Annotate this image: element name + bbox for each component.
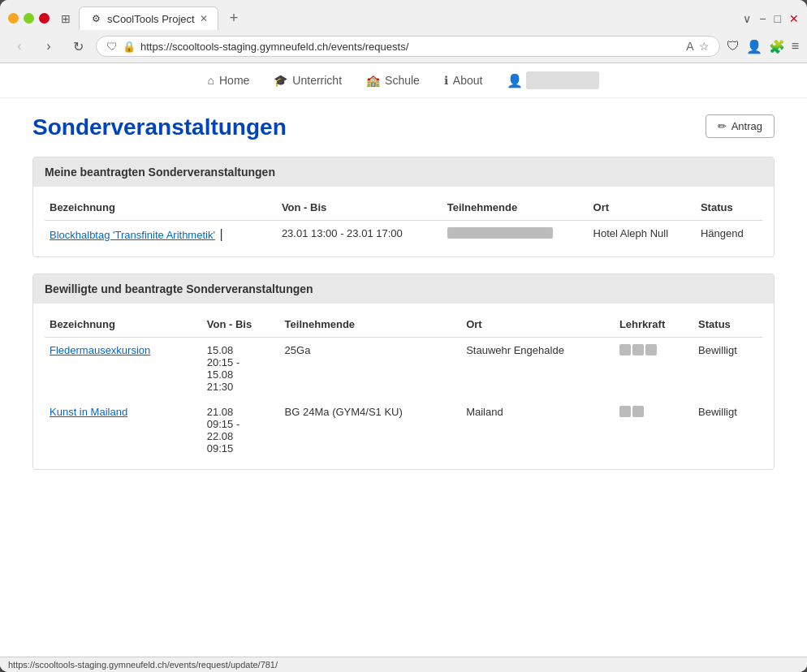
refresh-button[interactable]: ↻ bbox=[67, 35, 89, 58]
new-tab-button[interactable]: + bbox=[223, 6, 245, 30]
browser-chrome: ⊞ ⚙ sCoolTools Project ✕ + ∨ − □ ✕ ‹ › ↻… bbox=[0, 0, 807, 63]
tab-close-icon[interactable]: ✕ bbox=[200, 13, 208, 24]
col2-teilnehmende: Teilnehmende bbox=[280, 312, 462, 338]
grid-icon: ⊞ bbox=[61, 12, 71, 25]
forward-button[interactable]: › bbox=[37, 35, 60, 58]
nav-unterricht[interactable]: 🎓 Unterricht bbox=[274, 74, 342, 87]
menu-icon[interactable]: ≡ bbox=[792, 39, 799, 54]
col2-bezeichnung: Bezeichnung bbox=[45, 312, 202, 338]
nav-home[interactable]: ⌂ Home bbox=[208, 74, 250, 87]
row2-1-bezeichnung: Fledermausexkursion bbox=[45, 338, 202, 400]
row2-2-lehrkraft bbox=[615, 399, 693, 461]
maximize-button[interactable] bbox=[24, 13, 34, 24]
chevron-down-icon[interactable]: ∨ bbox=[743, 12, 751, 25]
lock-icon: 🔒 bbox=[123, 41, 136, 53]
col2-status: Status bbox=[693, 312, 762, 338]
address-icons: A ☆ bbox=[686, 40, 709, 53]
row1-link[interactable]: Blockhalbtag 'Transfinite Arithmetik' bbox=[50, 229, 215, 241]
row2-2-ort: Mailand bbox=[461, 399, 615, 461]
table-row: Kunst in Mailand 21.08 09:15 - 22.08 09:… bbox=[45, 399, 762, 461]
nav-schule[interactable]: 🏫 Schule bbox=[366, 74, 420, 87]
nav-about[interactable]: ℹ About bbox=[444, 74, 483, 87]
col-ort-1: Ort bbox=[589, 195, 696, 221]
section1-table: Bezeichnung Von - Bis Teilnehmende Ort S… bbox=[45, 195, 762, 248]
tab-title: sCoolTools Project bbox=[107, 13, 195, 25]
col-von-bis-1: Von - Bis bbox=[277, 195, 442, 221]
window-controls bbox=[8, 13, 50, 24]
row2-1-link[interactable]: Fledermausexkursion bbox=[50, 344, 150, 356]
edit-icon: ✏ bbox=[718, 120, 727, 132]
home-icon: ⌂ bbox=[208, 74, 214, 87]
col-teilnehmende-1: Teilnehmende bbox=[442, 195, 589, 221]
row2-2-von-bis: 21.08 09:15 - 22.08 09:15 bbox=[202, 399, 280, 461]
active-tab[interactable]: ⚙ sCoolTools Project ✕ bbox=[79, 6, 218, 30]
user-name-blurred bbox=[526, 71, 599, 89]
minimize-icon[interactable]: − bbox=[759, 12, 766, 25]
section1-thead-row: Bezeichnung Von - Bis Teilnehmende Ort S… bbox=[45, 195, 762, 221]
row2-1-status: Bewilligt bbox=[693, 338, 762, 400]
account-icon[interactable]: 👤 bbox=[746, 39, 762, 54]
close-window-icon[interactable]: ✕ bbox=[789, 12, 799, 25]
lehrkraft2-blurred bbox=[619, 406, 644, 417]
row2-1-ort: Stauwehr Engehalde bbox=[461, 338, 615, 400]
shield-icon: 🛡 bbox=[106, 40, 118, 53]
section1-table-wrap: Bezeichnung Von - Bis Teilnehmende Ort S… bbox=[33, 187, 774, 256]
nav-schule-label: Schule bbox=[385, 74, 420, 87]
back-button[interactable]: ‹ bbox=[8, 35, 31, 58]
status-url: https://scooltools-staging.gymneufeld.ch… bbox=[8, 660, 278, 670]
close-button[interactable] bbox=[39, 13, 50, 24]
row1-teilnehmende bbox=[442, 221, 589, 249]
extensions-icon[interactable]: 🧩 bbox=[769, 39, 785, 54]
col2-lehrkraft: Lehrkraft bbox=[615, 312, 693, 338]
cursor-indicator: | bbox=[220, 227, 223, 242]
minimize-button[interactable] bbox=[8, 13, 19, 24]
row2-1-lehrkraft bbox=[615, 338, 693, 400]
window-controls-right: ∨ − □ ✕ bbox=[743, 12, 799, 25]
toolbar-icons: 🛡 👤 🧩 ≡ bbox=[727, 39, 799, 54]
restore-icon[interactable]: □ bbox=[775, 12, 781, 25]
page-header: Sonderveranstaltungen ✏ Antrag bbox=[32, 114, 775, 140]
section1-header: Meine beantragten Sonderveranstaltungen bbox=[33, 157, 774, 187]
page-title: Sonderveranstaltungen bbox=[32, 114, 287, 140]
row2-2-status: Bewilligt bbox=[693, 399, 762, 461]
shield-badge-icon[interactable]: 🛡 bbox=[727, 39, 740, 54]
title-bar: ⊞ ⚙ sCoolTools Project ✕ + ∨ − □ ✕ bbox=[0, 0, 807, 30]
nav-unterricht-label: Unterricht bbox=[292, 74, 342, 87]
tab-favicon: ⚙ bbox=[89, 12, 102, 25]
url-text[interactable]: https://scooltools-staging.gymneufeld.ch… bbox=[140, 41, 408, 53]
row1-ort: Hotel Aleph Null bbox=[589, 221, 696, 249]
person-icon: 👤 bbox=[507, 73, 523, 88]
row2-2-teilnehmende: BG 24Ma (GYM4/S1 KU) bbox=[280, 399, 462, 461]
school-icon: 🏫 bbox=[366, 74, 380, 87]
info-icon: ℹ bbox=[444, 74, 448, 87]
section2-table-wrap: Bezeichnung Von - Bis Teilnehmende Ort L… bbox=[33, 304, 774, 469]
page-content: ⌂ Home 🎓 Unterricht 🏫 Schule ℹ About 👤 bbox=[0, 63, 807, 672]
table-row: Blockhalbtag 'Transfinite Arithmetik' | … bbox=[45, 221, 762, 249]
row1-von-bis: 23.01 13:00 - 23.01 17:00 bbox=[277, 221, 442, 249]
section2-table: Bezeichnung Von - Bis Teilnehmende Ort L… bbox=[45, 312, 762, 461]
main-content: Sonderveranstaltungen ✏ Antrag Meine bea… bbox=[0, 98, 807, 657]
row2-2-link[interactable]: Kunst in Mailand bbox=[50, 406, 127, 418]
address-bar[interactable]: 🛡 🔒 https://scooltools-staging.gymneufel… bbox=[96, 36, 720, 57]
row2-1-teilnehmende: 25Ga bbox=[280, 338, 462, 400]
table-row: Fledermausexkursion 15.08 20:15 - 15.08 … bbox=[45, 338, 762, 400]
lehrkraft1-blurred bbox=[619, 344, 657, 355]
cap-icon: 🎓 bbox=[274, 74, 287, 87]
section2-box: Bewilligte und beantragte Sonderveransta… bbox=[32, 274, 775, 470]
col2-von-bis: Von - Bis bbox=[202, 312, 280, 338]
nav-about-label: About bbox=[453, 74, 483, 87]
row1-status: Hängend bbox=[696, 221, 762, 249]
col-bezeichnung-1: Bezeichnung bbox=[45, 195, 277, 221]
translate-icon[interactable]: A bbox=[686, 40, 693, 53]
site-nav: ⌂ Home 🎓 Unterricht 🏫 Schule ℹ About 👤 bbox=[0, 63, 807, 98]
col2-ort: Ort bbox=[461, 312, 615, 338]
section2-header: Bewilligte und beantragte Sonderveransta… bbox=[33, 274, 774, 304]
antrag-button[interactable]: ✏ Antrag bbox=[706, 114, 775, 138]
antrag-label: Antrag bbox=[731, 120, 762, 132]
section1-box: Meine beantragten Sonderveranstaltungen … bbox=[32, 157, 775, 257]
status-bar: https://scooltools-staging.gymneufeld.ch… bbox=[0, 657, 807, 672]
star-icon[interactable]: ☆ bbox=[699, 40, 710, 53]
user-avatar-area: 👤 bbox=[507, 71, 599, 89]
teilnehmende-blurred bbox=[447, 227, 553, 239]
col-status-1: Status bbox=[696, 195, 762, 221]
